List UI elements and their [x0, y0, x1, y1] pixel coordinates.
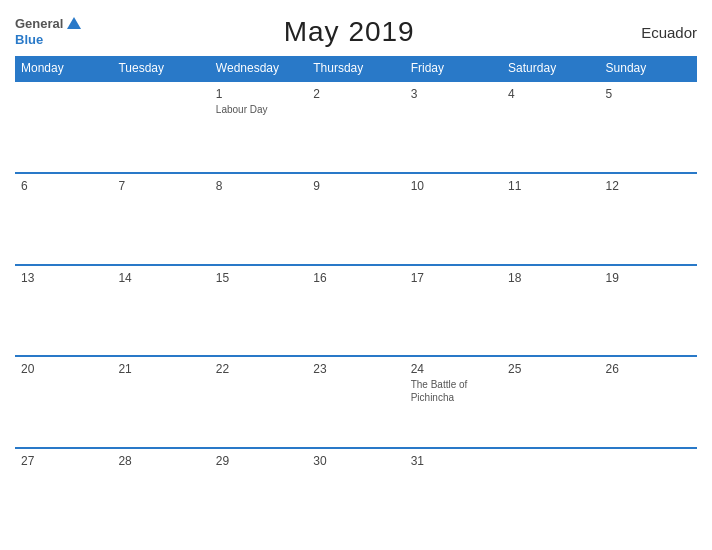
calendar-day-cell: 1Labour Day	[210, 81, 307, 173]
day-number: 11	[508, 179, 593, 193]
holiday-label: Labour Day	[216, 103, 301, 116]
day-number: 6	[21, 179, 106, 193]
calendar-day-cell: 26	[600, 356, 697, 448]
day-number: 3	[411, 87, 496, 101]
calendar-day-cell	[112, 81, 209, 173]
calendar-day-cell: 8	[210, 173, 307, 265]
calendar-day-cell: 10	[405, 173, 502, 265]
col-sunday: Sunday	[600, 56, 697, 81]
weekday-header-row: Monday Tuesday Wednesday Thursday Friday…	[15, 56, 697, 81]
col-tuesday: Tuesday	[112, 56, 209, 81]
calendar-day-cell: 19	[600, 265, 697, 357]
calendar-day-cell: 15	[210, 265, 307, 357]
calendar-table: Monday Tuesday Wednesday Thursday Friday…	[15, 56, 697, 540]
logo-triangle-icon	[67, 17, 81, 29]
calendar-day-cell: 30	[307, 448, 404, 540]
day-number: 18	[508, 271, 593, 285]
calendar-day-cell: 11	[502, 173, 599, 265]
day-number: 2	[313, 87, 398, 101]
calendar-body: 1Labour Day23456789101112131415161718192…	[15, 81, 697, 540]
day-number: 10	[411, 179, 496, 193]
col-friday: Friday	[405, 56, 502, 81]
calendar-day-cell: 29	[210, 448, 307, 540]
day-number: 22	[216, 362, 301, 376]
calendar-day-cell: 5	[600, 81, 697, 173]
day-number: 31	[411, 454, 496, 468]
logo: General Blue	[15, 17, 81, 48]
calendar-title: May 2019	[81, 16, 617, 48]
holiday-label: The Battle of Pichincha	[411, 378, 496, 404]
calendar-page: General Blue May 2019 Ecuador Monday Tue…	[0, 0, 712, 550]
calendar-day-cell: 28	[112, 448, 209, 540]
calendar-day-cell: 16	[307, 265, 404, 357]
day-number: 24	[411, 362, 496, 376]
day-number: 28	[118, 454, 203, 468]
calendar-week-row: 2728293031	[15, 448, 697, 540]
calendar-day-cell: 21	[112, 356, 209, 448]
day-number: 7	[118, 179, 203, 193]
col-thursday: Thursday	[307, 56, 404, 81]
calendar-day-cell: 9	[307, 173, 404, 265]
calendar-day-cell: 4	[502, 81, 599, 173]
day-number: 9	[313, 179, 398, 193]
logo-general-text: General	[15, 17, 63, 31]
day-number: 19	[606, 271, 691, 285]
calendar-day-cell: 17	[405, 265, 502, 357]
calendar-week-row: 1Labour Day2345	[15, 81, 697, 173]
calendar-day-cell: 13	[15, 265, 112, 357]
day-number: 21	[118, 362, 203, 376]
calendar-day-cell: 23	[307, 356, 404, 448]
calendar-day-cell: 27	[15, 448, 112, 540]
day-number: 1	[216, 87, 301, 101]
day-number: 29	[216, 454, 301, 468]
calendar-day-cell: 25	[502, 356, 599, 448]
country-label: Ecuador	[617, 24, 697, 41]
day-number: 16	[313, 271, 398, 285]
logo-blue-text: Blue	[15, 33, 43, 47]
calendar-week-row: 6789101112	[15, 173, 697, 265]
day-number: 4	[508, 87, 593, 101]
calendar-header: Monday Tuesday Wednesday Thursday Friday…	[15, 56, 697, 81]
day-number: 30	[313, 454, 398, 468]
col-saturday: Saturday	[502, 56, 599, 81]
calendar-day-cell: 22	[210, 356, 307, 448]
day-number: 20	[21, 362, 106, 376]
calendar-week-row: 13141516171819	[15, 265, 697, 357]
day-number: 23	[313, 362, 398, 376]
day-number: 5	[606, 87, 691, 101]
day-number: 12	[606, 179, 691, 193]
calendar-day-cell: 12	[600, 173, 697, 265]
calendar-day-cell	[15, 81, 112, 173]
calendar-day-cell	[502, 448, 599, 540]
calendar-day-cell: 7	[112, 173, 209, 265]
calendar-day-cell: 18	[502, 265, 599, 357]
day-number: 26	[606, 362, 691, 376]
calendar-day-cell	[600, 448, 697, 540]
day-number: 15	[216, 271, 301, 285]
day-number: 25	[508, 362, 593, 376]
calendar-day-cell: 31	[405, 448, 502, 540]
calendar-week-row: 2021222324The Battle of Pichincha2526	[15, 356, 697, 448]
header: General Blue May 2019 Ecuador	[15, 10, 697, 56]
day-number: 8	[216, 179, 301, 193]
col-wednesday: Wednesday	[210, 56, 307, 81]
day-number: 14	[118, 271, 203, 285]
day-number: 17	[411, 271, 496, 285]
calendar-day-cell: 20	[15, 356, 112, 448]
calendar-day-cell: 3	[405, 81, 502, 173]
calendar-day-cell: 6	[15, 173, 112, 265]
col-monday: Monday	[15, 56, 112, 81]
calendar-day-cell: 14	[112, 265, 209, 357]
calendar-day-cell: 24The Battle of Pichincha	[405, 356, 502, 448]
day-number: 27	[21, 454, 106, 468]
calendar-day-cell: 2	[307, 81, 404, 173]
day-number: 13	[21, 271, 106, 285]
